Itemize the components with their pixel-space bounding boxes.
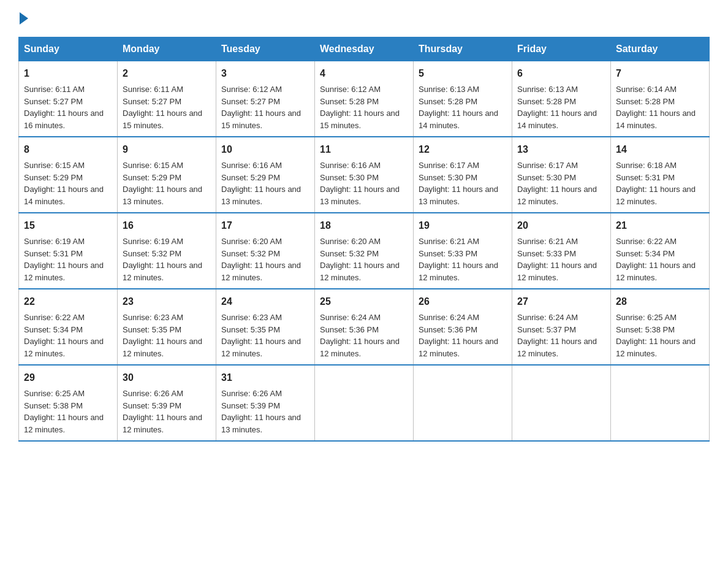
daylight-info: Daylight: 11 hours and 12 minutes.: [517, 261, 597, 282]
day-cell: [414, 365, 512, 441]
sunrise-info: Sunrise: 6:21 AM: [419, 237, 479, 246]
sunrise-info: Sunrise: 6:18 AM: [616, 161, 677, 170]
sunset-info: Sunset: 5:39 PM: [221, 401, 280, 410]
week-row-5: 29Sunrise: 6:25 AMSunset: 5:38 PMDayligh…: [19, 365, 710, 441]
sunset-info: Sunset: 5:28 PM: [517, 97, 576, 106]
header-wednesday: Wednesday: [315, 37, 414, 61]
daylight-info: Daylight: 11 hours and 12 minutes.: [221, 337, 301, 358]
week-row-3: 15Sunrise: 6:19 AMSunset: 5:31 PMDayligh…: [19, 213, 710, 289]
daylight-info: Daylight: 11 hours and 12 minutes.: [24, 337, 104, 358]
sunset-info: Sunset: 5:28 PM: [419, 97, 477, 106]
sunset-info: Sunset: 5:31 PM: [24, 249, 83, 258]
sunset-info: Sunset: 5:27 PM: [123, 97, 181, 106]
sunset-info: Sunset: 5:30 PM: [320, 173, 379, 182]
sunrise-info: Sunrise: 6:13 AM: [517, 85, 578, 94]
day-number: 14: [616, 142, 704, 157]
day-number: 11: [320, 142, 408, 157]
sunrise-info: Sunrise: 6:17 AM: [419, 161, 479, 170]
header-row: SundayMondayTuesdayWednesdayThursdayFrid…: [19, 37, 710, 61]
day-number: 21: [616, 218, 704, 233]
sunset-info: Sunset: 5:35 PM: [123, 325, 181, 334]
daylight-info: Daylight: 11 hours and 14 minutes.: [616, 109, 696, 130]
day-cell: 21Sunrise: 6:22 AMSunset: 5:34 PMDayligh…: [611, 213, 710, 289]
sunrise-info: Sunrise: 6:11 AM: [123, 85, 183, 94]
day-number: 6: [517, 66, 605, 81]
sunset-info: Sunset: 5:33 PM: [517, 249, 576, 258]
sunrise-info: Sunrise: 6:12 AM: [221, 85, 282, 94]
day-cell: 23Sunrise: 6:23 AMSunset: 5:35 PMDayligh…: [118, 289, 216, 365]
sunrise-info: Sunrise: 6:24 AM: [517, 313, 578, 322]
sunset-info: Sunset: 5:34 PM: [616, 249, 675, 258]
day-number: 16: [123, 218, 211, 233]
daylight-info: Daylight: 11 hours and 13 minutes.: [419, 185, 498, 206]
daylight-info: Daylight: 11 hours and 12 minutes.: [320, 261, 400, 282]
header-tuesday: Tuesday: [216, 37, 315, 61]
day-cell: 31Sunrise: 6:26 AMSunset: 5:39 PMDayligh…: [216, 365, 315, 441]
header-friday: Friday: [512, 37, 611, 61]
day-cell: 22Sunrise: 6:22 AMSunset: 5:34 PMDayligh…: [19, 289, 118, 365]
daylight-info: Daylight: 11 hours and 12 minutes.: [123, 261, 202, 282]
day-cell: [611, 365, 710, 441]
sunrise-info: Sunrise: 6:15 AM: [123, 161, 183, 170]
sunset-info: Sunset: 5:35 PM: [221, 325, 280, 334]
sunrise-info: Sunrise: 6:20 AM: [320, 237, 381, 246]
day-number: 24: [221, 294, 309, 309]
day-number: 22: [24, 294, 112, 309]
day-number: 5: [419, 66, 507, 81]
sunset-info: Sunset: 5:32 PM: [221, 249, 280, 258]
sunrise-info: Sunrise: 6:19 AM: [24, 237, 85, 246]
day-number: 23: [123, 294, 211, 309]
sunset-info: Sunset: 5:27 PM: [24, 97, 83, 106]
day-cell: 20Sunrise: 6:21 AMSunset: 5:33 PMDayligh…: [512, 213, 611, 289]
daylight-info: Daylight: 11 hours and 13 minutes.: [123, 185, 202, 206]
day-cell: 12Sunrise: 6:17 AMSunset: 5:30 PMDayligh…: [414, 137, 512, 213]
week-row-4: 22Sunrise: 6:22 AMSunset: 5:34 PMDayligh…: [19, 289, 710, 365]
day-cell: [315, 365, 414, 441]
day-number: 25: [320, 294, 408, 309]
week-row-1: 1Sunrise: 6:11 AMSunset: 5:27 PMDaylight…: [19, 61, 710, 137]
sunrise-info: Sunrise: 6:17 AM: [517, 161, 578, 170]
sunset-info: Sunset: 5:36 PM: [320, 325, 379, 334]
day-number: 17: [221, 218, 309, 233]
daylight-info: Daylight: 11 hours and 13 minutes.: [221, 185, 301, 206]
daylight-info: Daylight: 11 hours and 12 minutes.: [517, 337, 597, 358]
daylight-info: Daylight: 11 hours and 12 minutes.: [616, 185, 696, 206]
day-number: 26: [419, 294, 507, 309]
sunset-info: Sunset: 5:37 PM: [517, 325, 576, 334]
day-number: 7: [616, 66, 704, 81]
sunset-info: Sunset: 5:39 PM: [123, 401, 181, 410]
sunrise-info: Sunrise: 6:20 AM: [221, 237, 282, 246]
day-cell: 11Sunrise: 6:16 AMSunset: 5:30 PMDayligh…: [315, 137, 414, 213]
daylight-info: Daylight: 11 hours and 13 minutes.: [320, 185, 400, 206]
sunrise-info: Sunrise: 6:22 AM: [616, 237, 677, 246]
sunrise-info: Sunrise: 6:14 AM: [616, 85, 677, 94]
sunset-info: Sunset: 5:30 PM: [517, 173, 576, 182]
day-number: 4: [320, 66, 408, 81]
sunrise-info: Sunrise: 6:26 AM: [221, 389, 282, 398]
day-number: 29: [24, 370, 112, 385]
sunset-info: Sunset: 5:32 PM: [123, 249, 181, 258]
sunset-info: Sunset: 5:29 PM: [123, 173, 181, 182]
day-cell: 17Sunrise: 6:20 AMSunset: 5:32 PMDayligh…: [216, 213, 315, 289]
sunset-info: Sunset: 5:28 PM: [320, 97, 379, 106]
day-cell: 4Sunrise: 6:12 AMSunset: 5:28 PMDaylight…: [315, 61, 414, 137]
sunset-info: Sunset: 5:31 PM: [616, 173, 675, 182]
daylight-info: Daylight: 11 hours and 13 minutes.: [221, 413, 301, 434]
header-sunday: Sunday: [19, 37, 118, 61]
day-cell: 24Sunrise: 6:23 AMSunset: 5:35 PMDayligh…: [216, 289, 315, 365]
day-cell: 9Sunrise: 6:15 AMSunset: 5:29 PMDaylight…: [118, 137, 216, 213]
daylight-info: Daylight: 11 hours and 15 minutes.: [123, 109, 202, 130]
sunrise-info: Sunrise: 6:26 AM: [123, 389, 183, 398]
sunrise-info: Sunrise: 6:23 AM: [221, 313, 282, 322]
day-cell: 8Sunrise: 6:15 AMSunset: 5:29 PMDaylight…: [19, 137, 118, 213]
daylight-info: Daylight: 11 hours and 12 minutes.: [24, 413, 104, 434]
page-header: [18, 12, 710, 25]
day-number: 30: [123, 370, 211, 385]
day-number: 28: [616, 294, 704, 309]
daylight-info: Daylight: 11 hours and 12 minutes.: [616, 261, 696, 282]
daylight-info: Daylight: 11 hours and 14 minutes.: [517, 109, 597, 130]
day-cell: 19Sunrise: 6:21 AMSunset: 5:33 PMDayligh…: [414, 213, 512, 289]
day-cell: 27Sunrise: 6:24 AMSunset: 5:37 PMDayligh…: [512, 289, 611, 365]
sunset-info: Sunset: 5:28 PM: [616, 97, 675, 106]
sunset-info: Sunset: 5:29 PM: [24, 173, 83, 182]
